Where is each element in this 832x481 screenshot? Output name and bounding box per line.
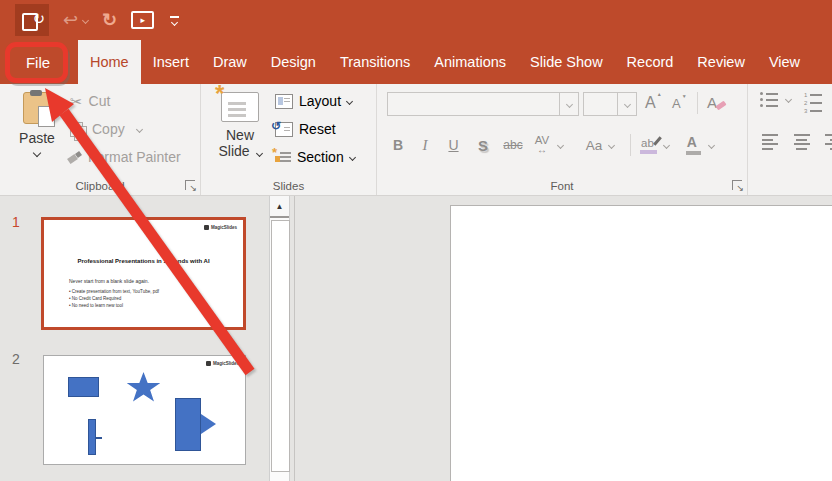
cut-button[interactable]: ✂ Cut (70, 90, 110, 112)
chevron-down-icon[interactable] (82, 16, 89, 23)
font-size-combobox[interactable] (583, 92, 637, 116)
character-spacing-button[interactable]: AV ↔ (528, 135, 556, 156)
chevron-down-icon[interactable] (785, 96, 792, 103)
chevron-down-icon (565, 100, 572, 107)
section-icon: * (275, 151, 291, 164)
font-size-dropdown[interactable] (617, 93, 636, 115)
reset-button[interactable]: ↺ Reset (275, 118, 336, 140)
bold-button[interactable]: B (385, 137, 411, 153)
clear-formatting-button[interactable]: A (707, 94, 717, 111)
increase-font-size-button[interactable]: A ▲ (645, 94, 656, 112)
thumbnails-scrollbar[interactable]: ▲ (269, 196, 290, 481)
font-toolbar-row: B I U S abc AV ↔ Aa ab (385, 132, 714, 158)
arrow-head-shape (201, 414, 216, 434)
play-icon: ▸ (140, 16, 145, 25)
magicslides-logo-icon (206, 361, 211, 366)
chevron-down-icon[interactable] (33, 149, 41, 157)
slide-1-bullet: • Create presentation from text, YouTube… (69, 289, 159, 294)
character-spacing-icon: AV ↔ (535, 135, 550, 156)
chevron-down-icon[interactable] (663, 141, 670, 148)
customize-bar-icon (170, 16, 179, 18)
clipboard-dialog-launcher[interactable]: ↘ (185, 180, 195, 190)
text-shadow-button[interactable]: S (468, 137, 498, 154)
text-highlight-button[interactable]: ab (641, 137, 654, 154)
thin-rectangle-shape (88, 419, 96, 455)
highlight-icon: ab (641, 137, 654, 154)
cut-label: Cut (89, 93, 111, 109)
rectangle-shape (68, 377, 99, 397)
bold-label: B (393, 137, 403, 153)
layout-label: Layout (299, 93, 341, 109)
align-left-button[interactable] (762, 134, 779, 150)
italic-label: I (423, 137, 428, 154)
font-dialog-launcher[interactable]: ↘ (732, 180, 742, 190)
star-shape (126, 372, 161, 404)
tab-review[interactable]: Review (685, 40, 757, 84)
format-painter-icon (68, 150, 82, 164)
tab-view[interactable]: View (757, 40, 812, 84)
clipboard-group-label: Clipboard (0, 180, 200, 192)
scroll-up-button[interactable]: ▲ (270, 196, 289, 218)
new-slide-button[interactable]: * New Slide (211, 92, 269, 159)
chevron-down-icon[interactable] (608, 141, 615, 148)
chevron-down-icon[interactable] (708, 141, 715, 148)
slide-1-title: Professional Presentations in Seconds wi… (44, 258, 243, 264)
strikethrough-label: abc (503, 138, 522, 152)
change-case-button[interactable]: Aa (581, 138, 607, 153)
decrease-font-size-button[interactable]: A ▼ (672, 96, 681, 111)
strikethrough-button[interactable]: abc (498, 138, 528, 152)
clipboard-group: Paste ✂ Cut Copy Format Painter Clipboar… (0, 84, 201, 195)
customize-quick-access-button[interactable] (168, 16, 180, 25)
format-painter-label: Format Painter (88, 149, 181, 165)
paste-label: Paste (19, 130, 55, 146)
align-center-button[interactable] (793, 134, 810, 150)
tab-slide-show[interactable]: Slide Show (518, 40, 615, 84)
tab-animations[interactable]: Animations (422, 40, 518, 84)
format-painter-button[interactable]: Format Painter (68, 146, 181, 168)
section-button[interactable]: * Section (275, 146, 355, 168)
save-button[interactable]: ↻ (15, 4, 49, 36)
chevron-down-icon[interactable] (557, 141, 564, 148)
tab-transitions[interactable]: Transitions (328, 40, 422, 84)
clear-formatting-label: A (707, 94, 717, 111)
slide-2-thumbnail[interactable]: MagicSlides (43, 355, 246, 465)
tab-record[interactable]: Record (615, 40, 686, 84)
shadow-label: S (478, 137, 488, 154)
font-group-label: Font (377, 180, 747, 192)
file-tab-highlight-annotation (5, 42, 68, 83)
font-color-button[interactable]: A (687, 135, 697, 155)
tab-insert[interactable]: Insert (141, 40, 201, 84)
align-right-button[interactable] (824, 134, 832, 150)
start-slideshow-button[interactable]: ▸ (131, 11, 154, 29)
paste-clipboard-icon (23, 92, 51, 124)
slide-canvas[interactable] (450, 205, 832, 481)
reset-label: Reset (299, 121, 336, 137)
font-name-combobox[interactable] (387, 92, 579, 116)
paragraph-group: 1 2 3 (756, 84, 832, 195)
ribbon-tabs: Home Insert Draw Design Transitions Anim… (78, 40, 812, 84)
eraser-icon (715, 101, 726, 111)
tab-design[interactable]: Design (259, 40, 328, 84)
copy-button[interactable]: Copy (70, 118, 142, 140)
paste-button[interactable]: Paste (14, 92, 60, 156)
caret-up-icon: ▲ (657, 91, 662, 97)
italic-button[interactable]: I (411, 137, 439, 154)
reset-icon: ↺ (275, 122, 293, 137)
redo-icon: ↻ (102, 10, 117, 30)
bullets-button[interactable] (760, 92, 791, 107)
tab-draw[interactable]: Draw (201, 40, 259, 84)
underline-button[interactable]: U (439, 137, 468, 153)
redo-button[interactable]: ↻ (102, 11, 117, 29)
layout-button[interactable]: Layout (275, 90, 352, 112)
magicslides-logo: MagicSlides (206, 361, 239, 366)
tab-home[interactable]: Home (78, 40, 141, 84)
slide-1-thumbnail[interactable]: MagicSlides Professional Presentations i… (41, 217, 246, 330)
font-group: A ▲ A ▼ A B I U S abc AV (377, 84, 748, 195)
undo-button[interactable]: ↩ (63, 11, 88, 29)
slide-1-number: 1 (12, 214, 20, 230)
workspace: 1 MagicSlides Professional Presentations… (0, 196, 832, 481)
numbering-button[interactable]: 1 2 3 (804, 92, 822, 114)
font-name-dropdown[interactable] (559, 93, 578, 115)
tick-shape (96, 437, 102, 439)
scrollbar-thumb[interactable] (271, 220, 290, 472)
